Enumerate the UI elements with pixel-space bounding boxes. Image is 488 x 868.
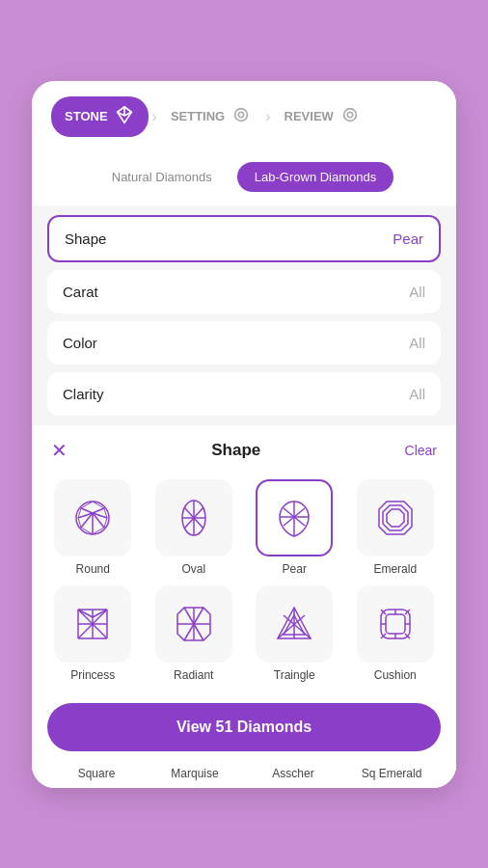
filter-clarity[interactable]: Clarity All	[47, 372, 441, 416]
svg-marker-26	[387, 509, 404, 527]
filter-color[interactable]: Color All	[47, 321, 441, 365]
shape-oval-label: Oval	[181, 562, 205, 576]
shape-triangle-label: Traingle	[274, 668, 315, 682]
filter-carat[interactable]: Carat All	[47, 270, 441, 313]
shape-cushion-label: Cushion	[374, 668, 417, 682]
shape-emerald[interactable]: Emerald	[350, 479, 442, 576]
filter-clarity-value: All	[409, 386, 425, 402]
shape-cushion[interactable]: Cushion	[350, 585, 442, 682]
svg-point-5	[347, 112, 353, 118]
shape-box-cushion	[357, 585, 434, 663]
filter-clarity-label: Clarity	[63, 386, 104, 402]
sheet-header: ✕ Shape Clear	[32, 425, 456, 470]
shape-princess-label: Princess	[70, 668, 115, 682]
ring-icon-2	[339, 104, 361, 129]
tab-lab-grown[interactable]: Lab-Grown Diamonds	[237, 162, 393, 192]
shape-pear-label: Pear	[283, 562, 307, 576]
shape-princess[interactable]: Princess	[47, 585, 139, 682]
tabs-row: Natural Diamonds Lab-Grown Diamonds	[32, 152, 456, 205]
bottom-label-3: Sq Emerald	[342, 767, 441, 780]
shape-pear[interactable]: Pear	[249, 479, 340, 576]
shape-box-radiant	[155, 585, 232, 663]
filters-section: Shape Pear Carat All Color All Clarity A…	[32, 205, 456, 416]
step-setting-label: SETTING	[171, 109, 225, 123]
view-diamonds-button[interactable]: View 51 Diamonds	[47, 703, 441, 751]
view-button-wrap: View 51 Diamonds	[32, 692, 456, 763]
shape-round-label: Round	[76, 562, 110, 576]
svg-line-8	[81, 508, 93, 513]
main-card: STONE › SETTING › REVIEW	[32, 81, 456, 788]
ring-icon-1	[230, 104, 252, 129]
filter-shape-label: Shape	[65, 231, 106, 247]
shape-box-emerald	[357, 479, 434, 556]
shape-box-round	[54, 479, 131, 556]
step-stone-label: STONE	[65, 109, 108, 123]
steps-header: STONE › SETTING › REVIEW	[32, 81, 456, 152]
shape-radiant[interactable]: Radiant	[149, 585, 240, 682]
diamond-icon	[114, 104, 135, 129]
bottom-label-1: Marquise	[146, 767, 244, 780]
svg-point-3	[238, 112, 244, 118]
bottom-label-0: Square	[47, 767, 146, 780]
shape-emerald-label: Emerald	[373, 562, 417, 576]
svg-marker-24	[379, 502, 412, 534]
step-review-label: REVIEW	[285, 109, 334, 123]
filter-shape[interactable]: Shape Pear	[47, 215, 441, 262]
shape-box-pear	[256, 479, 333, 556]
step-review[interactable]: REVIEW	[275, 96, 370, 137]
svg-rect-45	[386, 614, 405, 634]
svg-point-4	[343, 108, 356, 121]
shape-grid: Round Oval	[32, 470, 456, 692]
bottom-labels-row: Square Marquise Asscher Sq Emerald	[32, 763, 456, 788]
filter-color-label: Color	[63, 335, 97, 351]
divider-1: ›	[152, 108, 157, 125]
shape-box-oval	[155, 479, 232, 556]
shape-oval[interactable]: Oval	[149, 479, 240, 576]
svg-point-2	[235, 108, 248, 121]
divider-2: ›	[265, 108, 270, 125]
filter-shape-value: Pear	[393, 231, 423, 247]
step-stone[interactable]: STONE	[51, 96, 149, 137]
filter-carat-value: All	[409, 284, 425, 300]
bottom-label-2: Asscher	[244, 767, 342, 780]
shape-box-princess	[54, 585, 131, 663]
tab-natural[interactable]: Natural Diamonds	[95, 162, 230, 192]
shape-box-triangle	[256, 585, 333, 663]
sheet-title: Shape	[211, 441, 260, 460]
shape-triangle[interactable]: Traingle	[249, 585, 340, 682]
clear-button[interactable]: Clear	[405, 443, 437, 458]
filter-color-value: All	[409, 335, 425, 351]
close-button[interactable]: ✕	[51, 441, 68, 460]
svg-line-9	[93, 508, 104, 513]
shape-radiant-label: Radiant	[174, 668, 213, 682]
filter-carat-label: Carat	[63, 284, 98, 300]
shape-round[interactable]: Round	[47, 479, 139, 576]
step-setting[interactable]: SETTING	[161, 96, 261, 137]
shape-sheet: ✕ Shape Clear Round	[32, 425, 456, 788]
